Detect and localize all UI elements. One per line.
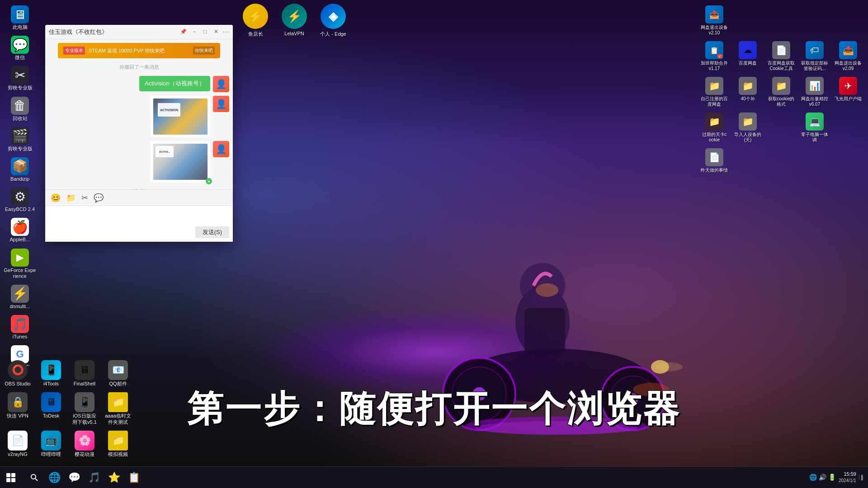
import-devices-icon[interactable]: 📁 导入人设备的(天) <box>732 111 763 145</box>
feigang-icon[interactable]: ✈ 飞光用户户端 <box>833 75 863 109</box>
user-avatar-1: 👤 <box>213 76 229 92</box>
show-desktop-button[interactable]: ▌ <box>859 475 864 480</box>
start-button[interactable] <box>0 467 22 488</box>
clock-time: 15:59 <box>839 471 856 478</box>
jianying-icon[interactable]: ✂ 剪映专业版 <box>2 64 38 93</box>
tray-volume[interactable]: 🔊 <box>819 474 826 481</box>
user-avatar-2: 👤 <box>213 96 229 112</box>
obs-icon[interactable]: ⭕ OBS Studio <box>2 358 33 389</box>
bandizip-icon[interactable]: 📦 Bandizip <box>2 155 38 184</box>
minimize-button[interactable]: － <box>190 27 199 36</box>
top-browser-icons: ⚡ 鱼店长 ⚡ LelaVPN ◈ 个人 - Edge <box>240 4 349 38</box>
lelavpn-icon[interactable]: ⚡ LelaVPN <box>278 4 310 38</box>
qq-chat-window: 佳玉游戏《不收红包》 📌 － □ ✕ ··· 专业版本 STEAM 返现 100… <box>45 25 233 242</box>
emoji-button[interactable]: 😊 <box>51 193 61 203</box>
taskbar-qq-icon[interactable]: 💬 <box>65 469 83 487</box>
voice-button[interactable]: 💬 <box>94 193 104 203</box>
pin-button[interactable]: 📌 <box>179 27 188 36</box>
qq-window-title: 佳玉游戏《不收红包》 <box>49 28 179 36</box>
taskbar: 🌐 💬 🎵 ⭐ 📋 🌐 🔊 🔋 15:59 2024 <box>0 466 868 488</box>
screenshot-preview-1: ACTIVISION <box>153 99 208 135</box>
computer-icon-r[interactable]: 💻 零子电脑一体调 <box>799 111 830 145</box>
close-button[interactable]: ✕ <box>212 27 221 36</box>
right-desktop-icons: 📤 网盘退出设备v2.10 📋 ✓ 加班帮助合并v1.17 ☁ 百度网盘 📄 百… <box>699 4 864 175</box>
maximize-button[interactable]: □ <box>201 27 210 36</box>
edge-browser-icon[interactable]: ◈ 个人 - Edge <box>317 4 349 38</box>
upload-icon[interactable]: 📤 网盘退出设备v2.10 <box>699 4 730 38</box>
system-tray: 🌐 🔊 🔋 15:59 2024/1/1 ▌ <box>809 471 868 484</box>
clock-date: 2024/1/1 <box>839 478 856 484</box>
more-options-button[interactable]: ··· <box>222 27 229 37</box>
netdisk-control-icon[interactable]: 📊 网盘出量精控v6.07 <box>799 75 830 109</box>
window-controls: 📌 － □ ✕ ··· <box>179 27 229 37</box>
taskbar-browser-icon[interactable]: 🌐 <box>45 469 63 487</box>
svg-point-16 <box>31 474 36 479</box>
expired-card-icon[interactable]: 📁 过期的天卡cookie <box>699 111 730 145</box>
taskbar-extra2-icon[interactable]: 📋 <box>125 469 143 487</box>
taskbar-pinned-apps: 🌐 💬 🎵 ⭐ 📋 <box>22 469 146 487</box>
system-message: 你撤回了一条消息 <box>49 64 229 70</box>
desktop: ⚡ 鱼店长 ⚡ LelaVPN ◈ 个人 - Edge 🖥 此电脑 💬 微信 <box>0 0 868 488</box>
label-verify-icon[interactable]: 🏷 获取指定部标签验证码... <box>799 39 830 73</box>
msg-activision-text: Activision（动视账号） 👤 <box>49 76 229 92</box>
taskbar-music-icon[interactable]: 🎵 <box>85 469 103 487</box>
yesterday-doc-icon[interactable]: 📄 昨天做的事情 <box>699 146 730 175</box>
appleb-icon[interactable]: 🍎 AppleB... <box>2 216 38 244</box>
windows-logo <box>6 473 15 482</box>
activision-bubble: Activision（动视账号） <box>139 76 210 91</box>
merge-tool-icon[interactable]: 📋 ✓ 加班帮助合并v1.17 <box>699 39 730 73</box>
i4tools-icon[interactable]: 📱 i4Tools <box>35 358 67 389</box>
user-avatar-3: 👤 <box>213 141 229 157</box>
send-bar: 发送(S) <box>49 226 229 238</box>
finalshell-icon[interactable]: 🖥 FinalShell <box>69 358 100 389</box>
recycle-bin-icon[interactable]: 🗑 回收站 <box>2 95 38 123</box>
tray-network[interactable]: 🌐 <box>809 474 817 481</box>
dnmulti-icon[interactable]: ⚡ dnmulti... <box>2 283 38 311</box>
send-button[interactable]: 发送(S) <box>195 226 229 238</box>
ad-banner: 专业版本 STEAM 返现 10000 PVP 你快来吧 你快来吧 <box>58 43 220 58</box>
chat-input-area: 发送(S) <box>45 206 233 242</box>
baidu-pan-icon[interactable]: ☁ 百度网盘 <box>732 39 763 73</box>
chat-message-area: 专业版本 STEAM 返现 10000 PVP 你快来吧 你快来吧 你撤回了一条… <box>45 39 233 189</box>
wechat-icon[interactable]: 💬 微信 <box>2 34 38 62</box>
svg-line-17 <box>35 479 38 481</box>
background-glow <box>253 307 615 398</box>
itunes-icon[interactable]: 🎵 iTunes <box>2 313 38 342</box>
message-input[interactable] <box>49 210 229 226</box>
msg-image-2: ACTIVI... ● 👤 <box>49 141 229 183</box>
system-clock[interactable]: 15:59 2024/1/1 <box>839 471 856 484</box>
yudianzhu-icon[interactable]: ⚡ 鱼店长 <box>240 4 271 38</box>
image-bubble-2: ACTIVI... ● <box>151 141 210 183</box>
taskbar-search-icon[interactable] <box>25 469 43 487</box>
tray-icon-group: 🌐 🔊 🔋 <box>809 474 836 481</box>
chat-toolbar: 😊 📁 ✂ 💬 <box>45 189 233 206</box>
get-cookie-folder-icon[interactable]: 📄 百度网盘获取Cookie工具 <box>766 39 797 73</box>
file-button[interactable]: 📁 <box>66 193 76 203</box>
folder-40-icon[interactable]: 📁 40个补 <box>732 75 763 109</box>
image-bubble-1: ACTIVISION <box>151 96 210 137</box>
qq-mail-icon[interactable]: 📧 QQ邮件 <box>102 358 134 389</box>
netdisk-exit-icon[interactable]: 📤 网盘进出设备v2.09 <box>833 39 863 73</box>
taskbar-extra-icon[interactable]: ⭐ <box>105 469 123 487</box>
tray-battery: 🔋 <box>828 474 836 481</box>
tutorial-subtitle: 第一步：随便打开一个浏览器 <box>0 385 868 434</box>
geforce-icon[interactable]: ▶ GeForce Experience <box>2 247 38 281</box>
msg-image-1: ACTIVISION 👤 <box>49 96 229 137</box>
jianying2-icon[interactable]: 🎬 剪映专业版 <box>2 125 38 154</box>
qq-titlebar: 佳玉游戏《不收红包》 📌 － □ ✕ ··· <box>45 25 233 39</box>
easybcd-icon[interactable]: ⚙ EasyBCD 2.4 <box>2 186 38 214</box>
screenshot-preview-2: ACTIVI... <box>153 144 208 180</box>
my-computer-icon[interactable]: 🖥 此电脑 <box>2 4 38 32</box>
get-cookie-format-icon[interactable]: 📁 获取cookie的格式 <box>766 75 797 109</box>
folder-self-icon[interactable]: 📁 自己注册的百度网盘 <box>699 75 730 109</box>
screenshot-button[interactable]: ✂ <box>81 193 88 203</box>
